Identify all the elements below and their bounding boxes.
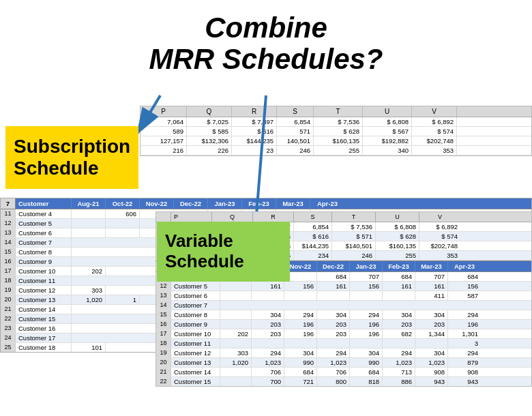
col-header-v: V <box>412 106 457 117</box>
subscription-schedule-label: Subscription Schedule <box>5 126 138 189</box>
col-header-t: T <box>314 106 363 117</box>
col-header-p: P <box>141 106 187 117</box>
variable-label-line1: Variable <box>165 231 233 251</box>
col-header-s: S <box>277 106 314 117</box>
col-header-u: U <box>363 106 412 117</box>
subscription-label-line1: Subscription <box>14 136 130 157</box>
title-line2: MRR Schedules? <box>149 43 383 75</box>
top-spreadsheet: P Q R S T U V 7,064 $ 7,025 $ 7,397 6,85… <box>140 106 532 156</box>
subscription-label-line2: Schedule <box>14 158 98 179</box>
col-header-q: Q <box>187 106 232 117</box>
col-header-r: R <box>232 106 277 117</box>
variable-schedule-label: Variable Schedule <box>157 222 290 282</box>
main-title: Combine MRR Schedules? <box>0 0 532 82</box>
variable-label-line2: Schedule <box>165 251 244 271</box>
title-line1: Combine <box>205 12 327 44</box>
